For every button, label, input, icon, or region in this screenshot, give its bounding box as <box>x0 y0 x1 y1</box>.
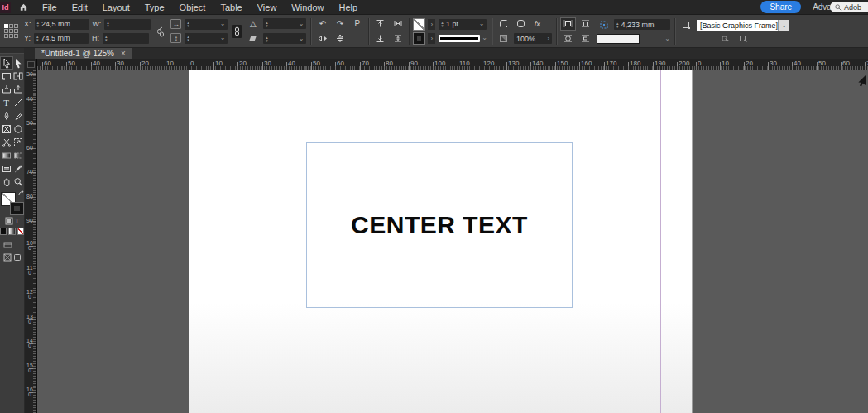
clear-overrides-icon[interactable] <box>739 35 748 43</box>
rotate-ccw-button[interactable]: ↶ <box>315 18 329 30</box>
menu-object[interactable]: Object <box>172 2 213 12</box>
chevron-down-icon[interactable]: ⌄ <box>299 36 305 42</box>
menu-file[interactable]: File <box>35 2 65 12</box>
spinner-icon[interactable]: ▴▾ <box>105 35 108 41</box>
menu-window[interactable]: Window <box>284 2 331 12</box>
free-transform-tool[interactable] <box>12 137 24 148</box>
chevron-down-icon[interactable]: ⌄ <box>220 35 226 41</box>
hand-tool[interactable] <box>1 176 12 188</box>
home-icon[interactable] <box>19 2 28 12</box>
note-tool[interactable] <box>1 163 12 175</box>
spinner-icon[interactable]: ▴▾ <box>37 21 40 27</box>
effects-fx-button[interactable]: fx. <box>531 18 545 30</box>
normal-mode-icon[interactable] <box>3 253 12 262</box>
formatting-affects-container-icon[interactable] <box>5 217 13 225</box>
frame-tool[interactable] <box>1 123 12 135</box>
flip-vertical-button[interactable] <box>333 33 347 45</box>
apply-gradient-button[interactable] <box>8 228 15 235</box>
stroke-flyout-icon[interactable]: › <box>428 33 435 44</box>
gradient-swatch-tool[interactable] <box>1 150 12 161</box>
selection-tool[interactable] <box>1 57 12 69</box>
x-position-field[interactable]: ▴▾ 24,5 mm <box>35 19 89 30</box>
opacity-field[interactable]: 100% › <box>514 33 552 44</box>
pencil-tool[interactable] <box>12 110 24 122</box>
wrap-offset-field[interactable]: ▴▾ 4,233 mm <box>614 19 670 30</box>
style-override-icon[interactable] <box>722 35 731 43</box>
view-options-icon[interactable] <box>3 242 12 248</box>
share-button[interactable]: Share <box>760 1 801 13</box>
spinner-icon[interactable]: ▴▾ <box>441 21 444 27</box>
swap-fill-stroke-icon[interactable] <box>18 190 25 197</box>
formatting-affects-text-icon[interactable]: T <box>15 217 20 225</box>
menu-layout[interactable]: Layout <box>95 2 137 12</box>
chevron-down-icon[interactable]: ⌄ <box>220 21 226 27</box>
ruler-origin-corner[interactable] <box>25 59 37 70</box>
height-field[interactable]: ▴▾ <box>103 33 149 44</box>
preview-mode-icon[interactable] <box>13 253 22 262</box>
rotation-angle-field[interactable]: ▴▾ ⌄ <box>263 18 306 29</box>
rounded-corner-icon[interactable] <box>514 18 528 30</box>
spinner-icon[interactable]: ▴▾ <box>36 35 39 41</box>
menu-type[interactable]: Type <box>137 2 172 12</box>
direct-selection-tool[interactable] <box>12 57 24 69</box>
object-style-dropdown[interactable]: [Basic Graphics Frame] ⌄ <box>697 20 789 31</box>
y-position-field[interactable]: ▴▾ 74,5 mm <box>34 33 89 44</box>
spinner-icon[interactable]: ▴▾ <box>266 36 268 42</box>
reference-point-proxy[interactable] <box>4 24 18 38</box>
page-tool[interactable] <box>1 70 12 82</box>
close-icon[interactable]: × <box>121 50 126 58</box>
chevron-down-icon[interactable]: ⌄ <box>299 21 305 27</box>
ruler-vertical[interactable]: 30405060708090100110120130140150160 <box>25 70 37 413</box>
constrain-dimensions-icon[interactable] <box>155 26 166 37</box>
scale-y-field[interactable]: ▴▾ ⌄ <box>185 33 228 44</box>
apply-color-button[interactable] <box>0 228 7 235</box>
corner-options-icon[interactable] <box>496 18 511 30</box>
stroke-proxy-swatch[interactable] <box>11 203 23 214</box>
line-tool[interactable] <box>12 97 24 108</box>
content-collector-tool[interactable] <box>1 84 12 95</box>
content-placer-tool[interactable] <box>12 84 24 95</box>
distribute-vertical-icon[interactable] <box>391 33 405 45</box>
select-content-button[interactable]: P <box>350 18 364 30</box>
spinner-icon[interactable]: ▴▾ <box>616 22 619 28</box>
gradient-feather-tool[interactable] <box>12 150 24 161</box>
gap-tool[interactable] <box>12 70 24 82</box>
document-tab[interactable]: *Untitled-1 @ 125% × <box>35 48 132 59</box>
scale-x-field[interactable]: ▴▾ ⌄ <box>185 19 228 30</box>
ellipse-tool[interactable] <box>12 123 24 135</box>
menu-edit[interactable]: Edit <box>65 2 95 12</box>
ruler-horizontal[interactable]: 6050403020100102030405060708090100110120… <box>37 59 868 70</box>
zoom-tool[interactable] <box>12 176 24 188</box>
stroke-weight-field[interactable]: ▴▾ 1 pt ⌄ <box>439 19 487 30</box>
type-tool[interactable]: T <box>1 97 12 108</box>
menu-table[interactable]: Table <box>213 2 249 12</box>
link-scale-icon[interactable] <box>232 25 242 38</box>
menu-help[interactable]: Help <box>331 2 365 12</box>
fill-flyout-icon[interactable]: › <box>428 19 435 30</box>
apply-none-button[interactable] <box>17 228 24 235</box>
stroke-type-dropdown[interactable]: ⌄ <box>439 35 487 42</box>
wrap-object-shape-button[interactable] <box>561 33 575 45</box>
swatch-dropdown[interactable] <box>597 34 640 44</box>
width-field[interactable]: ▴▾ <box>104 19 151 30</box>
scissors-tool[interactable] <box>1 137 12 148</box>
text-frame[interactable]: CENTER TEXT <box>306 142 573 308</box>
align-bottom-icon[interactable] <box>373 33 387 45</box>
flip-horizontal-button[interactable] <box>315 33 329 45</box>
wrap-bounding-box-button[interactable] <box>578 18 592 30</box>
menu-view[interactable]: View <box>250 2 285 12</box>
chevron-down-icon[interactable]: ⌄ <box>664 36 670 42</box>
align-top-icon[interactable] <box>373 18 387 30</box>
panel-grip[interactable] <box>0 48 24 54</box>
stroke-swatch[interactable] <box>414 33 424 44</box>
opacity-icon[interactable] <box>496 33 511 45</box>
chevron-down-icon[interactable]: ⌄ <box>479 21 485 27</box>
distribute-horizontal-icon[interactable] <box>391 18 405 30</box>
wrap-jump-object-button[interactable] <box>578 33 592 45</box>
spinner-icon[interactable]: ▴▾ <box>266 21 268 27</box>
eyedropper-tool[interactable] <box>12 163 24 175</box>
fill-swatch[interactable] <box>414 19 424 30</box>
spinner-icon[interactable]: ▴▾ <box>187 35 189 41</box>
spinner-icon[interactable]: ▴▾ <box>107 21 109 27</box>
rotate-cw-button[interactable]: ↷ <box>333 18 347 30</box>
